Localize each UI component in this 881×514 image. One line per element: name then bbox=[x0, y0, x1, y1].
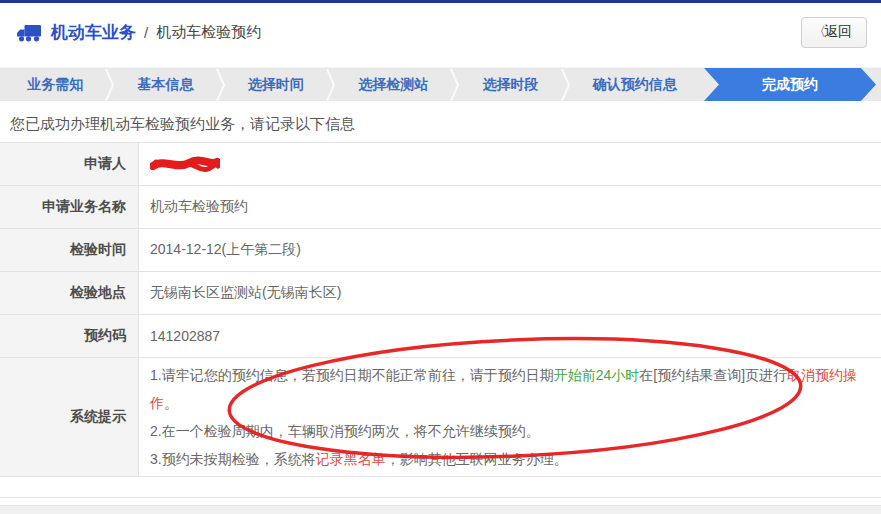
table-row-inspection-time: 检验时间 2014-12-12(上午第二段) bbox=[0, 229, 881, 272]
row-value: 1.请牢记您的预约信息，若预约日期不能正常前往，请于预约日期开始前24小时在[预… bbox=[139, 358, 881, 476]
step-select-station: 选择检测站 bbox=[331, 68, 455, 101]
back-button[interactable]: 〈 返回 bbox=[801, 17, 867, 48]
row-label: 检验时间 bbox=[0, 229, 139, 271]
page: 机动车业务 / 机动车检验预约 〈 返回 业务需知 基本信息 选择时间 选择检测… bbox=[0, 0, 881, 514]
step-select-period: 选择时段 bbox=[455, 68, 565, 101]
row-value: 2014-12-12(上午第二段) bbox=[139, 229, 881, 271]
tip-line-1: 1.请牢记您的预约信息，若预约日期不能正常前往，请于预约日期开始前24小时在[预… bbox=[150, 361, 881, 417]
step-label: 选择时段 bbox=[482, 76, 538, 92]
row-value: 无锡南长区监测站(无锡南长区) bbox=[139, 272, 881, 314]
step-confirm-info: 确认预约信息 bbox=[566, 68, 704, 101]
row-label: 系统提示 bbox=[0, 358, 139, 476]
row-label: 预约码 bbox=[0, 315, 139, 357]
row-label: 申请人 bbox=[0, 143, 139, 185]
header: 机动车业务 / 机动车检验预约 〈 返回 bbox=[0, 3, 881, 62]
page-title: 机动车业务 bbox=[51, 21, 136, 44]
footer-strip bbox=[0, 505, 881, 514]
breadcrumb-current: 机动车检验预约 bbox=[156, 23, 261, 42]
tip-line-3: 3.预约未按期检验，系统将记录黑名单，影响其他互联网业务办理。 bbox=[150, 445, 881, 473]
back-button-label: 返回 bbox=[824, 23, 852, 41]
step-bar: 业务需知 基本信息 选择时间 选择检测站 选择时段 确认预约信息 完成预约 bbox=[0, 67, 881, 101]
step-label: 基本信息 bbox=[137, 76, 193, 92]
row-label: 检验地点 bbox=[0, 272, 139, 314]
table-row-booking-code: 预约码 141202887 bbox=[0, 315, 881, 358]
success-message: 您已成功办理机动车检验预约业务，请记录以下信息 bbox=[10, 115, 881, 134]
step-label: 选择检测站 bbox=[358, 76, 428, 92]
table-row-applicant: 申请人 bbox=[0, 143, 881, 186]
breadcrumb: 机动车业务 / 机动车检验预约 bbox=[16, 21, 261, 44]
truck-icon bbox=[16, 23, 42, 43]
table-row-business-name: 申请业务名称 机动车检验预约 bbox=[0, 186, 881, 229]
row-value: 机动车检验预约 bbox=[139, 186, 881, 228]
step-basic-info: 基本信息 bbox=[110, 68, 220, 101]
redaction-scribble bbox=[150, 156, 220, 173]
step-label: 确认预约信息 bbox=[593, 76, 677, 92]
row-value: 141202887 bbox=[139, 315, 881, 357]
info-table: 申请人 申请业务名称 机动车检验预约 检验时间 2014-12-12(上午第二段… bbox=[0, 142, 881, 477]
step-select-time: 选择时间 bbox=[221, 68, 331, 101]
step-business-notice: 业务需知 bbox=[0, 68, 110, 101]
step-label: 业务需知 bbox=[27, 76, 83, 92]
row-value bbox=[139, 143, 881, 185]
step-label: 完成预约 bbox=[762, 76, 818, 92]
table-row-inspection-place: 检验地点 无锡南长区监测站(无锡南长区) bbox=[0, 272, 881, 315]
step-label: 选择时间 bbox=[248, 76, 304, 92]
table-row-system-tips: 系统提示 1.请牢记您的预约信息，若预约日期不能正常前往，请于预约日期开始前24… bbox=[0, 358, 881, 476]
breadcrumb-separator: / bbox=[144, 24, 148, 41]
tip-line-2: 2.在一个检验周期内，车辆取消预约两次，将不允许继续预约。 bbox=[150, 417, 881, 445]
step-complete-active: 完成预约 bbox=[704, 68, 876, 101]
row-label: 申请业务名称 bbox=[0, 186, 139, 228]
